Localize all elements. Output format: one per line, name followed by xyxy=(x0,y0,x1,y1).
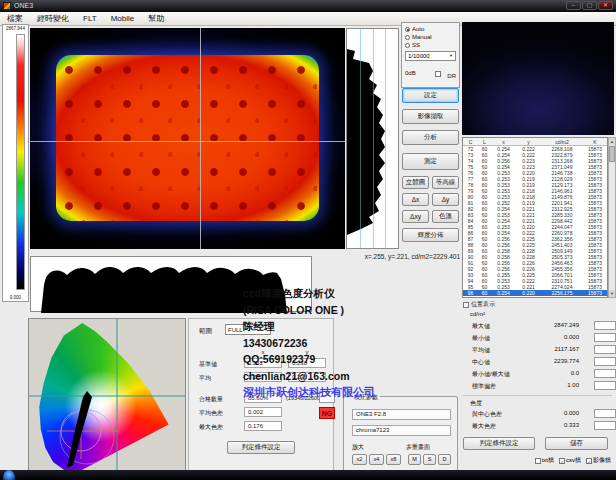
menu-item-1[interactable]: 經時變化 xyxy=(30,12,76,25)
color-temp-button[interactable]: 色溫 xyxy=(432,210,459,223)
scroll-down-icon[interactable]: ▼ xyxy=(609,290,615,297)
crosshair-vertical xyxy=(200,28,201,249)
start-orb-icon[interactable] xyxy=(3,470,15,480)
stat-judge-box[interactable] xyxy=(594,333,616,342)
delta-x-button[interactable]: Δx xyxy=(402,193,429,206)
calibration-file-field[interactable]: chroma7123 xyxy=(352,425,451,436)
cie-diagram xyxy=(28,318,186,478)
pass-count-label: 合格數量 xyxy=(199,395,223,404)
shutter-select[interactable]: 1/10000 ▼ xyxy=(405,51,456,61)
color-scale-gradient xyxy=(16,34,25,290)
stat-judge-box[interactable] xyxy=(594,381,616,390)
measurement-cluster xyxy=(67,391,92,468)
stat-judge-box[interactable] xyxy=(594,357,616,366)
contact-line: chenlian21@163.com xyxy=(243,368,463,385)
judge-settings-button[interactable]: 判定條件設定 xyxy=(227,441,295,454)
contact-line: QQ:569192379 xyxy=(243,351,463,368)
contour-button[interactable]: 等高線 xyxy=(432,176,459,189)
stat-row-lum: 最小値/最大値0.0 xyxy=(472,370,612,380)
table-scrollbar[interactable]: ▲ ▼ xyxy=(608,137,616,298)
stat-judge-box[interactable] xyxy=(594,345,616,354)
max-diff-value: 0.176 xyxy=(244,421,282,431)
cursor-readout: x=.255, y=.221, cd/m2=2229.401 xyxy=(338,253,460,260)
stat-row-lum: 標準偏差1.00 xyxy=(472,382,612,392)
radio-ss-circle[interactable] xyxy=(405,43,410,48)
position-display-checkbox[interactable] xyxy=(463,302,469,308)
minimize-button[interactable]: – xyxy=(566,1,581,10)
scroll-thumb[interactable] xyxy=(609,146,615,162)
menu-item-3[interactable]: Mobile xyxy=(104,12,142,25)
table-row[interactable]: 96600.2540.2202256.17515873 xyxy=(463,290,607,296)
table-header-cell: L xyxy=(478,138,491,145)
camera-settings-group: Auto Manual SS 1/10000 ▼ 0dB DR xyxy=(401,22,460,88)
analyze-button[interactable]: 分析 xyxy=(402,130,459,145)
color-scale-max: 2867.944 xyxy=(3,26,28,31)
vertical-profile-shape xyxy=(347,29,400,250)
capture-button[interactable]: 影像擷取 xyxy=(402,109,459,124)
taskbar xyxy=(0,470,616,480)
dr-checkbox[interactable] xyxy=(435,71,441,77)
measure-button[interactable]: 測定 xyxy=(402,153,459,170)
delta-xy-button[interactable]: Δxy xyxy=(402,210,429,223)
save-check-csv檔[interactable]: csv檔 xyxy=(559,456,581,465)
company-name: 深圳市跃创达科技有限公司 xyxy=(243,384,463,401)
window-title: ONE3 xyxy=(14,0,33,12)
contact-lines: ccd輝度色度分析仪(RISA COLOR ONE )陈经理1343067223… xyxy=(243,285,463,384)
menu-item-4[interactable]: 幫助 xyxy=(141,12,171,25)
radio-manual-circle[interactable] xyxy=(405,35,410,40)
stat-judge-box[interactable] xyxy=(594,421,616,430)
multi-s-button[interactable]: S xyxy=(423,454,436,465)
stat-judge-box[interactable] xyxy=(594,369,616,378)
stat-row-lum: 最小値0.000 xyxy=(472,334,612,344)
stat-judge-box[interactable] xyxy=(594,409,616,418)
judge-settings-button-2[interactable]: 判定條件設定 xyxy=(463,437,535,450)
radio-manual[interactable]: Manual xyxy=(405,33,456,41)
average-label: 平均 xyxy=(199,374,211,383)
app-icon xyxy=(3,2,11,10)
save-button[interactable]: 儲存 xyxy=(545,437,608,450)
title-bar: ONE3 – ▢ ✕ xyxy=(0,0,616,12)
contact-line: (RISA COLOR ONE ) xyxy=(243,302,463,319)
contact-line: 13430672236 xyxy=(243,335,463,352)
color-scale-min: 0.000 xyxy=(3,295,28,300)
table-header-cell: cd/m2 xyxy=(541,138,583,145)
set-button[interactable]: 設定 xyxy=(402,88,459,103)
zoom-x4-button[interactable]: x4 xyxy=(369,454,384,465)
reference-label: 基準値 xyxy=(199,360,217,369)
table-header-cell: x xyxy=(491,138,516,145)
checkbox[interactable] xyxy=(535,458,541,464)
table-header: CLxycd/m2K xyxy=(463,138,607,146)
table-header-cell: K xyxy=(583,138,607,145)
radio-auto[interactable]: Auto xyxy=(405,25,456,33)
luminance-image[interactable] xyxy=(30,28,345,249)
save-check-影像檔[interactable]: 影像檔 xyxy=(586,456,611,465)
view3d-button[interactable]: 立體圖 xyxy=(402,176,429,189)
radio-auto-circle[interactable] xyxy=(405,27,410,32)
zoom-x2-button[interactable]: x2 xyxy=(352,454,367,465)
stat-judge-box[interactable] xyxy=(594,321,616,330)
stat-row-lum: 最大値2847.249 xyxy=(472,322,612,332)
avg-diff-value: 0.002 xyxy=(244,407,282,417)
close-button[interactable]: ✕ xyxy=(598,1,613,10)
checkbox[interactable] xyxy=(586,458,592,464)
chevron-down-icon: ▼ xyxy=(449,52,453,60)
checkbox[interactable] xyxy=(559,458,565,464)
zoom-x8-button[interactable]: x8 xyxy=(386,454,401,465)
luminance-dist-button[interactable]: 輝度分佈 xyxy=(402,228,459,242)
maximize-button[interactable]: ▢ xyxy=(582,1,597,10)
gain-label: 0dB xyxy=(405,70,416,76)
multi-screen-label: 多重畫面 xyxy=(406,443,430,452)
contact-line: ccd輝度色度分析仪 xyxy=(243,285,463,302)
menu-item-2[interactable]: FLT xyxy=(76,12,104,25)
multi-m-button[interactable]: M xyxy=(408,454,421,465)
vertical-profile-histogram xyxy=(346,28,399,249)
radio-ss[interactable]: SS xyxy=(405,41,456,49)
multi-d-button[interactable]: D xyxy=(438,454,451,465)
save-check-txt檔[interactable]: txt檔 xyxy=(535,456,554,465)
scroll-up-icon[interactable]: ▲ xyxy=(609,138,615,145)
zoom-label: 放大 xyxy=(352,443,364,452)
delta-y-button[interactable]: Δy xyxy=(432,193,459,206)
section-chroma-label: 色度 xyxy=(470,399,482,408)
lens-field[interactable]: ONE3 F2.8 xyxy=(352,409,451,420)
ng-indicator: NG xyxy=(319,407,335,419)
